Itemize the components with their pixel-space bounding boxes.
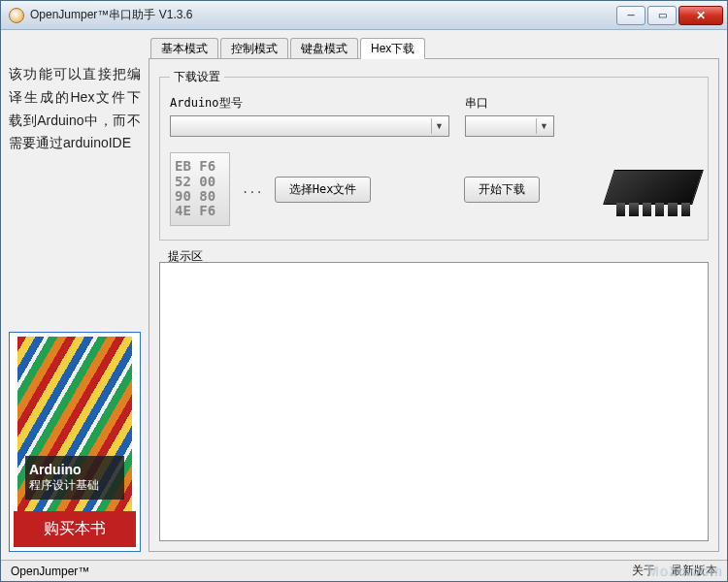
chevron-down-icon: ▼ xyxy=(431,118,447,134)
select-hex-button[interactable]: 选择Hex文件 xyxy=(275,177,372,203)
minimize-button[interactable]: ─ xyxy=(616,6,645,25)
settings-row: Arduino型号 ▼ 串口 ▼ xyxy=(170,95,698,137)
main-content: 该功能可以直接把编译生成的Hex文件下载到Arduino中，而不需要通过ardu… xyxy=(1,30,727,560)
download-settings-group: 下载设置 Arduino型号 ▼ 串口 ▼ xyxy=(159,69,709,241)
book-cover-image[interactable]: Arduino 程序设计基础 xyxy=(17,337,132,511)
hex-file-icon: EB F6 52 00 90 80 4E F6 xyxy=(170,152,230,226)
port-label: 串口 xyxy=(465,95,554,112)
arduino-model-label: Arduino型号 xyxy=(170,95,449,112)
tab-strip: 基本模式 控制模式 键盘模式 Hex下载 xyxy=(150,38,719,59)
feature-description: 该功能可以直接把编译生成的Hex文件下载到Arduino中，而不需要通过ardu… xyxy=(9,38,141,155)
app-icon xyxy=(9,8,24,23)
output-textbox[interactable] xyxy=(159,262,709,541)
tab-keyboard-mode[interactable]: 键盘模式 xyxy=(290,38,358,59)
tab-control-mode[interactable]: 控制模式 xyxy=(220,38,288,59)
right-panel: 基本模式 控制模式 键盘模式 Hex下载 下载设置 Arduino型号 ▼ xyxy=(149,38,719,552)
chip-image xyxy=(599,162,698,216)
titlebar: OpenJumper™串口助手 V1.3.6 ─ ▭ ✕ xyxy=(1,1,727,30)
about-link[interactable]: 关于 xyxy=(632,563,655,579)
book-title: Arduino 程序设计基础 xyxy=(25,456,124,500)
tab-hex-download[interactable]: Hex下载 xyxy=(360,38,425,59)
chevron-down-icon: ▼ xyxy=(536,118,551,134)
status-brand: OpenJumper™ xyxy=(11,565,616,578)
statusbar: OpenJumper™ 关于 最新版本 xyxy=(1,560,727,581)
port-select[interactable]: ▼ xyxy=(465,115,554,137)
close-button[interactable]: ✕ xyxy=(678,6,723,25)
port-field: 串口 ▼ xyxy=(465,95,554,137)
tab-content-hex: 下载设置 Arduino型号 ▼ 串口 ▼ xyxy=(149,58,719,552)
download-settings-title: 下载设置 xyxy=(170,69,224,85)
buy-book-button[interactable]: 购买本书 xyxy=(14,511,136,547)
start-download-button[interactable]: 开始下载 xyxy=(464,177,540,203)
arduino-model-select[interactable]: ▼ xyxy=(170,115,449,137)
maximize-button[interactable]: ▭ xyxy=(647,6,677,25)
action-row: EB F6 52 00 90 80 4E F6 ... 选择Hex文件 开始下载 xyxy=(170,148,698,230)
ellipsis-text: ... xyxy=(242,182,263,196)
left-panel: 该功能可以直接把编译生成的Hex文件下载到Arduino中，而不需要通过ardu… xyxy=(9,38,141,552)
window-title: OpenJumper™串口助手 V1.3.6 xyxy=(30,7,616,23)
output-section: 提示区 xyxy=(159,248,709,541)
arduino-model-field: Arduino型号 ▼ xyxy=(170,95,449,137)
tab-basic-mode[interactable]: 基本模式 xyxy=(150,38,218,59)
book-promo: Arduino 程序设计基础 购买本书 xyxy=(9,332,141,552)
client-area: 该功能可以直接把编译生成的Hex文件下载到Arduino中，而不需要通过ardu… xyxy=(1,30,727,581)
window-controls: ─ ▭ ✕ xyxy=(616,6,723,25)
main-window: OpenJumper™串口助手 V1.3.6 ─ ▭ ✕ 该功能可以直接把编译生… xyxy=(0,0,728,582)
latest-version-link[interactable]: 最新版本 xyxy=(671,563,717,579)
